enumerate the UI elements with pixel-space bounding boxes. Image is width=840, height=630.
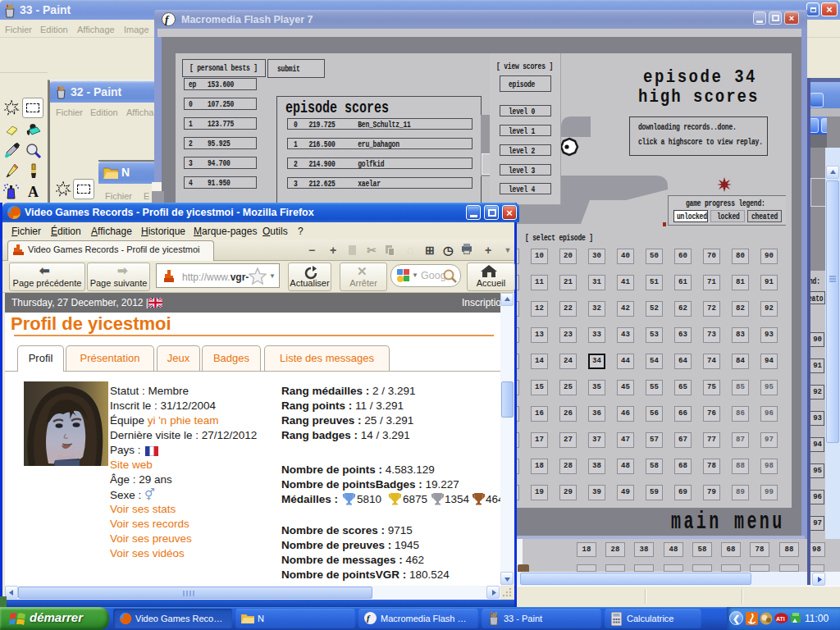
svg-text:ATI: ATI <box>776 616 785 622</box>
